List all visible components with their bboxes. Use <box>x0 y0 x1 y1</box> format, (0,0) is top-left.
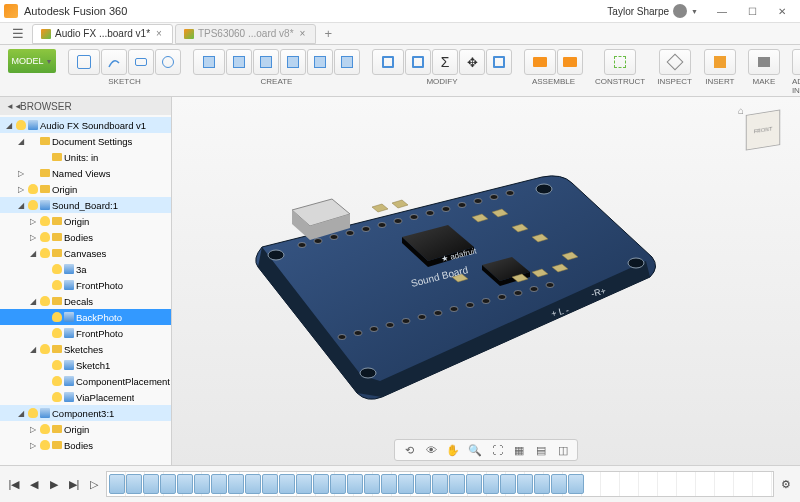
expand-icon[interactable]: ▷ <box>16 185 26 194</box>
timeline-feature[interactable] <box>347 474 363 494</box>
expand-icon[interactable]: ▷ <box>28 425 38 434</box>
hole-tool[interactable] <box>307 49 333 75</box>
align-tool[interactable] <box>486 49 512 75</box>
expand-icon[interactable]: ◢ <box>4 121 14 130</box>
timeline-feature[interactable] <box>126 474 142 494</box>
3d-viewport[interactable]: ⌂ FRONT <box>172 97 800 465</box>
tree-item-sk3[interactable]: ViaPlacement <box>0 389 171 405</box>
extrude-tool[interactable] <box>193 49 225 75</box>
timeline-feature[interactable] <box>330 474 346 494</box>
timeline-feature[interactable] <box>568 474 584 494</box>
visibility-bulb-icon[interactable] <box>52 392 62 402</box>
parameters-tool[interactable]: Σ <box>432 49 458 75</box>
visibility-bulb-icon[interactable] <box>40 248 50 258</box>
timeline-feature[interactable] <box>466 474 482 494</box>
visibility-bulb-icon[interactable] <box>52 264 62 274</box>
as-built-joint-tool[interactable] <box>557 49 583 75</box>
close-tab-icon[interactable]: × <box>298 28 308 39</box>
visibility-bulb-icon[interactable] <box>52 360 62 370</box>
timeline-feature[interactable] <box>551 474 567 494</box>
loft-tool[interactable] <box>280 49 306 75</box>
visibility-bulb-icon[interactable] <box>40 440 50 450</box>
tree-item-canvases[interactable]: ◢Canvases <box>0 245 171 261</box>
construct-tool[interactable] <box>604 49 636 75</box>
timeline-feature[interactable] <box>296 474 312 494</box>
timeline-feature[interactable] <box>194 474 210 494</box>
close-tab-icon[interactable]: × <box>154 28 164 39</box>
timeline-feature[interactable] <box>160 474 176 494</box>
visibility-bulb-icon[interactable] <box>28 200 38 210</box>
zoom-button[interactable]: 🔍 <box>465 441 485 459</box>
tree-item-soundBoard[interactable]: ◢Sound_Board:1 <box>0 197 171 213</box>
viewports-button[interactable]: ◫ <box>553 441 573 459</box>
minimize-button[interactable]: — <box>708 1 736 21</box>
timeline-feature[interactable] <box>245 474 261 494</box>
look-button[interactable]: 👁 <box>421 441 441 459</box>
tree-item-decals[interactable]: ◢Decals <box>0 293 171 309</box>
tree-item-docSettings[interactable]: ◢Document Settings <box>0 133 171 149</box>
timeline-feature[interactable] <box>398 474 414 494</box>
browser-header[interactable]: ◄◄BROWSER <box>0 97 171 115</box>
tree-item-origin3[interactable]: ▷Origin <box>0 421 171 437</box>
expand-icon[interactable]: ◢ <box>16 409 26 418</box>
expand-icon[interactable]: ▷ <box>28 441 38 450</box>
timeline-feature[interactable] <box>364 474 380 494</box>
timeline-feature[interactable] <box>109 474 125 494</box>
sweep-tool[interactable] <box>253 49 279 75</box>
tree-item-origin2[interactable]: ▷Origin <box>0 213 171 229</box>
expand-icon[interactable]: ▷ <box>16 169 26 178</box>
timeline-feature[interactable] <box>143 474 159 494</box>
tree-item-sk1[interactable]: Sketch1 <box>0 357 171 373</box>
timeline-feature[interactable] <box>262 474 278 494</box>
joint-tool[interactable] <box>524 49 556 75</box>
timeline-feature[interactable] <box>534 474 550 494</box>
addins-tool[interactable] <box>792 49 800 75</box>
maximize-button[interactable]: ☐ <box>738 1 766 21</box>
move-tool[interactable]: ✥ <box>459 49 485 75</box>
expand-icon[interactable]: ◢ <box>16 137 26 146</box>
fit-button[interactable]: ⛶ <box>487 441 507 459</box>
pcb-model[interactable]: Sound Board ★ adafruit -R+ + L - <box>222 147 682 407</box>
timeline-play-button[interactable]: ▷ <box>86 476 102 492</box>
timeline-start-button[interactable]: |◀ <box>6 476 22 492</box>
timeline-next-button[interactable]: ▶ <box>46 476 62 492</box>
tree-item-namedViews[interactable]: ▷Named Views <box>0 165 171 181</box>
tree-item-bodies2[interactable]: ▷Bodies <box>0 437 171 453</box>
expand-icon[interactable]: ◢ <box>28 249 38 258</box>
visibility-bulb-icon[interactable] <box>28 408 38 418</box>
file-tab-inactive[interactable]: TPS63060 ...oard v8* × <box>175 24 316 44</box>
orbit-button[interactable]: ⟲ <box>399 441 419 459</box>
visibility-bulb-icon[interactable] <box>40 424 50 434</box>
file-tab-active[interactable]: Audio FX ...board v1* × <box>32 24 173 44</box>
inspect-tool[interactable] <box>659 49 691 75</box>
make-tool[interactable] <box>748 49 780 75</box>
tree-item-sketches[interactable]: ◢Sketches <box>0 341 171 357</box>
tree-item-comp3[interactable]: ◢Component3:1 <box>0 405 171 421</box>
tree-item-units[interactable]: Units: in <box>0 149 171 165</box>
grid-button[interactable]: ▤ <box>531 441 551 459</box>
data-panel-button[interactable]: ☰ <box>4 24 32 44</box>
tree-item-dec2[interactable]: FrontPhoto <box>0 325 171 341</box>
timeline-feature[interactable] <box>228 474 244 494</box>
workspace-switcher[interactable]: MODEL▼ <box>8 49 56 73</box>
display-button[interactable]: ▦ <box>509 441 529 459</box>
expand-icon[interactable]: ◢ <box>28 297 38 306</box>
visibility-bulb-icon[interactable] <box>52 376 62 386</box>
visibility-bulb-icon[interactable] <box>40 216 50 226</box>
visibility-bulb-icon[interactable] <box>40 296 50 306</box>
tree-item-dec1[interactable]: BackPhoto <box>0 309 171 325</box>
timeline-settings-button[interactable]: ⚙ <box>778 476 794 492</box>
timeline-feature[interactable] <box>313 474 329 494</box>
tree-item-canv1[interactable]: 3a <box>0 261 171 277</box>
close-button[interactable]: ✕ <box>768 1 796 21</box>
cube-face[interactable]: FRONT <box>746 109 780 150</box>
visibility-bulb-icon[interactable] <box>40 232 50 242</box>
pan-button[interactable]: ✋ <box>443 441 463 459</box>
visibility-bulb-icon[interactable] <box>52 280 62 290</box>
timeline-feature[interactable] <box>449 474 465 494</box>
visibility-bulb-icon[interactable] <box>52 312 62 322</box>
timeline-feature[interactable] <box>483 474 499 494</box>
rectangle-tool[interactable] <box>128 49 154 75</box>
line-tool[interactable] <box>101 49 127 75</box>
visibility-bulb-icon[interactable] <box>40 344 50 354</box>
